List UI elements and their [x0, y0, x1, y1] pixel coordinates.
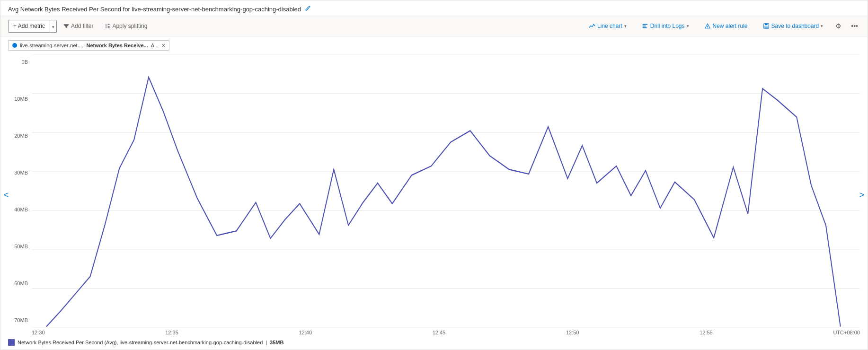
alert-icon: [704, 23, 711, 29]
chart-line: [46, 77, 841, 326]
chart-inner: [32, 54, 860, 328]
add-metric-dropdown-button[interactable]: ▾: [50, 20, 56, 32]
main-container: Avg Network Bytes Received Per Second fo…: [0, 0, 868, 350]
save-dashboard-chevron: ▾: [821, 24, 823, 28]
svg-rect-4: [707, 28, 708, 28]
legend-color-swatch: [8, 339, 15, 346]
drill-into-logs-button[interactable]: Drill into Logs ▾: [637, 20, 694, 32]
add-metric-button[interactable]: + Add metric: [9, 20, 50, 32]
svg-rect-3: [707, 26, 708, 27]
metric-aggregation: A...: [151, 43, 159, 48]
line-chart-chevron: ▾: [624, 24, 627, 28]
y-label-40mb: 40MB: [8, 207, 28, 212]
y-label-50mb: 50MB: [8, 244, 28, 249]
chart-nav-left-button[interactable]: <: [0, 189, 12, 201]
chart-title: Avg Network Bytes Received Per Second fo…: [8, 6, 301, 13]
title-bar: Avg Network Bytes Received Per Second fo…: [0, 0, 868, 16]
svg-rect-6: [765, 24, 767, 26]
line-chart-icon: [589, 23, 595, 29]
drill-logs-chevron: ▾: [687, 24, 689, 28]
save-to-dashboard-button[interactable]: Save to dashboard ▾: [758, 20, 828, 32]
line-chart-button[interactable]: Line chart ▾: [584, 20, 631, 32]
metric-server-name: live-streaming-server-net-...: [20, 43, 83, 48]
y-label-20mb: 20MB: [8, 133, 28, 139]
settings-gear-icon[interactable]: ⚙: [833, 20, 843, 32]
legend-separator: |: [266, 340, 267, 345]
edit-title-icon[interactable]: [305, 5, 311, 13]
legend-text: Network Bytes Received Per Second (Avg),…: [18, 340, 263, 345]
logs-icon: [642, 23, 648, 29]
x-label-1250: 12:50: [566, 330, 579, 335]
y-label-30mb: 30MB: [8, 170, 28, 175]
filter-icon: [63, 23, 69, 29]
add-filter-button[interactable]: Add filter: [59, 20, 98, 32]
x-label-1230: 12:30: [32, 330, 45, 335]
add-metric-group: + Add metric ▾: [8, 20, 57, 33]
svg-rect-2: [643, 27, 647, 28]
svg-rect-1: [643, 26, 646, 26]
y-label-60mb: 60MB: [8, 280, 28, 286]
metric-pill: live-streaming-server-net-... Network By…: [8, 40, 169, 51]
more-options-icon[interactable]: •••: [849, 20, 860, 32]
chevron-down-icon: ▾: [52, 25, 54, 29]
save-icon: [763, 23, 770, 29]
x-label-timezone: UTC+08:00: [833, 330, 860, 335]
svg-rect-7: [764, 26, 768, 28]
y-label-70mb: 70MB: [8, 317, 28, 323]
metrics-bar: live-streaming-server-net-... Network By…: [0, 36, 868, 54]
y-label-0b: 0B: [8, 59, 28, 65]
y-label-10mb: 10MB: [8, 96, 28, 102]
svg-rect-0: [643, 24, 648, 25]
x-label-1245: 12:45: [433, 330, 446, 335]
chart-container: 70MB 60MB 50MB 40MB 30MB 20MB 10MB 0B: [8, 54, 860, 328]
chart-svg: [32, 54, 860, 328]
toolbar: + Add metric ▾ Add filter Apply splittin…: [0, 16, 868, 36]
chart-area: < > 70MB 60MB 50MB 40MB 30MB 20MB 10MB 0…: [0, 54, 868, 335]
metric-color-dot: [12, 43, 17, 48]
legend-bar: Network Bytes Received Per Second (Avg),…: [0, 335, 868, 350]
new-alert-rule-button[interactable]: New alert rule: [700, 20, 753, 32]
toolbar-right: Line chart ▾ Drill into Logs ▾: [584, 20, 860, 32]
x-label-1240: 12:40: [299, 330, 312, 335]
metric-metric-name: Network Bytes Receive...: [86, 43, 148, 48]
apply-splitting-button[interactable]: Apply splitting: [100, 20, 152, 32]
legend-value: 35MB: [270, 340, 283, 345]
x-axis: 12:30 12:35 12:40 12:45 12:50 12:55 UTC+…: [8, 328, 860, 335]
chart-nav-right-button[interactable]: >: [856, 189, 868, 201]
toolbar-left: + Add metric ▾ Add filter Apply splittin…: [8, 20, 152, 33]
x-label-1255: 12:55: [700, 330, 713, 335]
splitting-icon: [105, 23, 110, 29]
metric-pill-close-button[interactable]: ×: [161, 42, 165, 49]
x-label-1235: 12:35: [165, 330, 178, 335]
